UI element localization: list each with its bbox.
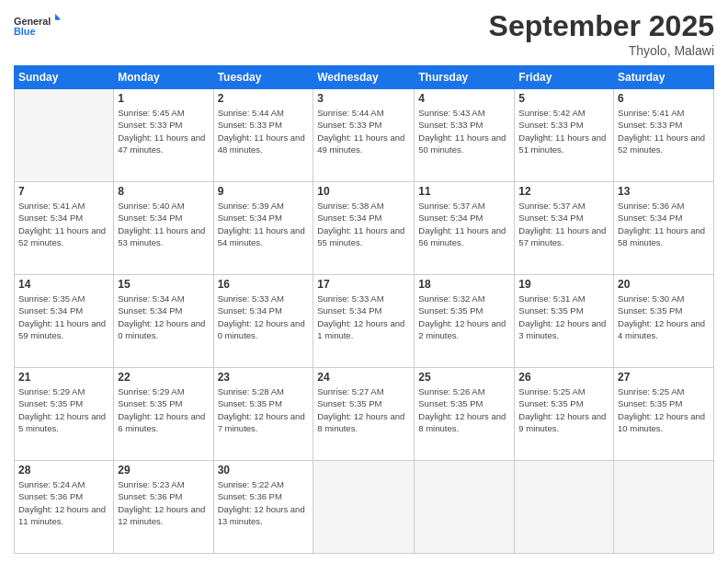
day-info: Sunrise: 5:35 AM Sunset: 5:34 PM Dayligh…	[18, 293, 109, 341]
week-row-1: 1 Sunrise: 5:45 AM Sunset: 5:33 PM Dayli…	[15, 89, 714, 182]
daylight-text: Daylight: 12 hours and 8 minutes.	[418, 411, 506, 433]
sunrise-text: Sunrise: 5:37 AM	[418, 201, 484, 211]
daylight-text: Daylight: 12 hours and 11 minutes.	[18, 504, 106, 526]
table-row: 30 Sunrise: 5:22 AM Sunset: 5:36 PM Dayl…	[213, 461, 313, 554]
day-info: Sunrise: 5:29 AM Sunset: 5:35 PM Dayligh…	[118, 385, 209, 434]
sunset-text: Sunset: 5:35 PM	[418, 398, 483, 408]
day-info: Sunrise: 5:25 AM Sunset: 5:35 PM Dayligh…	[518, 385, 609, 434]
day-number: 6	[618, 92, 710, 105]
sunrise-text: Sunrise: 5:35 AM	[18, 293, 85, 304]
daylight-text: Daylight: 11 hours and 54 minutes.	[218, 225, 305, 247]
daylight-text: Daylight: 12 hours and 13 minutes.	[218, 504, 305, 526]
col-friday: Friday	[515, 66, 614, 89]
sunset-text: Sunset: 5:34 PM	[218, 213, 282, 223]
table-row: 28 Sunrise: 5:24 AM Sunset: 5:36 PM Dayl…	[15, 461, 114, 554]
day-info: Sunrise: 5:25 AM Sunset: 5:35 PM Dayligh…	[618, 385, 710, 434]
week-row-4: 21 Sunrise: 5:29 AM Sunset: 5:35 PM Dayl…	[15, 368, 714, 461]
table-row: 17 Sunrise: 5:33 AM Sunset: 5:34 PM Dayl…	[313, 275, 415, 368]
sunrise-text: Sunrise: 5:39 AM	[218, 201, 284, 211]
day-number: 30	[218, 464, 310, 477]
table-row: 14 Sunrise: 5:35 AM Sunset: 5:34 PM Dayl…	[15, 275, 114, 368]
sunset-text: Sunset: 5:34 PM	[418, 213, 483, 223]
day-info: Sunrise: 5:33 AM Sunset: 5:34 PM Dayligh…	[218, 293, 310, 341]
day-number: 22	[118, 371, 209, 384]
table-row: 23 Sunrise: 5:28 AM Sunset: 5:35 PM Dayl…	[213, 368, 313, 461]
table-row: 4 Sunrise: 5:43 AM Sunset: 5:33 PM Dayli…	[415, 89, 515, 182]
day-info: Sunrise: 5:39 AM Sunset: 5:34 PM Dayligh…	[218, 200, 310, 248]
day-info: Sunrise: 5:32 AM Sunset: 5:35 PM Dayligh…	[418, 293, 510, 341]
table-row	[614, 461, 714, 554]
sunset-text: Sunset: 5:35 PM	[18, 398, 83, 408]
sunrise-text: Sunrise: 5:41 AM	[18, 201, 85, 211]
sunset-text: Sunset: 5:35 PM	[618, 305, 682, 316]
sunset-text: Sunset: 5:35 PM	[218, 398, 282, 408]
day-number: 3	[317, 92, 410, 105]
day-number: 27	[618, 371, 710, 384]
day-info: Sunrise: 5:34 AM Sunset: 5:34 PM Dayligh…	[118, 293, 209, 341]
sunset-text: Sunset: 5:34 PM	[218, 305, 282, 316]
table-row: 13 Sunrise: 5:36 AM Sunset: 5:34 PM Dayl…	[614, 182, 714, 275]
sunrise-text: Sunrise: 5:22 AM	[218, 479, 284, 489]
day-number: 12	[518, 185, 609, 198]
sunrise-text: Sunrise: 5:25 AM	[518, 386, 585, 396]
daylight-text: Daylight: 12 hours and 7 minutes.	[218, 411, 305, 433]
week-row-5: 28 Sunrise: 5:24 AM Sunset: 5:36 PM Dayl…	[15, 461, 714, 554]
day-number: 8	[118, 185, 209, 198]
day-info: Sunrise: 5:30 AM Sunset: 5:35 PM Dayligh…	[618, 293, 710, 341]
sunset-text: Sunset: 5:33 PM	[317, 120, 381, 130]
table-row: 25 Sunrise: 5:26 AM Sunset: 5:35 PM Dayl…	[415, 368, 515, 461]
col-tuesday: Tuesday	[213, 66, 313, 89]
sunrise-text: Sunrise: 5:40 AM	[118, 201, 184, 211]
day-info: Sunrise: 5:27 AM Sunset: 5:35 PM Dayligh…	[317, 385, 410, 434]
day-number: 19	[518, 278, 609, 291]
table-row: 22 Sunrise: 5:29 AM Sunset: 5:35 PM Dayl…	[114, 368, 213, 461]
col-wednesday: Wednesday	[313, 66, 415, 89]
day-info: Sunrise: 5:38 AM Sunset: 5:34 PM Dayligh…	[317, 200, 410, 248]
sunrise-text: Sunrise: 5:33 AM	[218, 293, 284, 304]
table-row: 15 Sunrise: 5:34 AM Sunset: 5:34 PM Dayl…	[114, 275, 213, 368]
sunset-text: Sunset: 5:35 PM	[418, 305, 483, 316]
day-info: Sunrise: 5:45 AM Sunset: 5:33 PM Dayligh…	[118, 107, 209, 155]
table-row: 29 Sunrise: 5:23 AM Sunset: 5:36 PM Dayl…	[114, 461, 213, 554]
day-info: Sunrise: 5:31 AM Sunset: 5:35 PM Dayligh…	[518, 293, 609, 341]
sunrise-text: Sunrise: 5:24 AM	[18, 479, 85, 489]
day-number: 25	[418, 371, 510, 384]
table-row: 24 Sunrise: 5:27 AM Sunset: 5:35 PM Dayl…	[313, 368, 415, 461]
table-row: 26 Sunrise: 5:25 AM Sunset: 5:35 PM Dayl…	[515, 368, 614, 461]
sunrise-text: Sunrise: 5:38 AM	[317, 201, 383, 211]
day-info: Sunrise: 5:40 AM Sunset: 5:34 PM Dayligh…	[118, 200, 209, 248]
sunset-text: Sunset: 5:34 PM	[18, 305, 83, 316]
table-row: 27 Sunrise: 5:25 AM Sunset: 5:35 PM Dayl…	[614, 368, 714, 461]
day-info: Sunrise: 5:42 AM Sunset: 5:33 PM Dayligh…	[518, 107, 609, 155]
sunset-text: Sunset: 5:34 PM	[18, 213, 83, 223]
svg-marker-2	[55, 14, 60, 20]
daylight-text: Daylight: 11 hours and 51 minutes.	[518, 132, 606, 155]
title-block: September 2025 Thyolo, Malawi	[489, 9, 714, 58]
sunrise-text: Sunrise: 5:34 AM	[118, 293, 184, 304]
table-row	[515, 461, 614, 554]
sunset-text: Sunset: 5:36 PM	[118, 491, 182, 501]
daylight-text: Daylight: 11 hours and 55 minutes.	[317, 225, 404, 247]
day-number: 11	[418, 185, 510, 198]
sunset-text: Sunset: 5:35 PM	[118, 398, 182, 408]
sunrise-text: Sunrise: 5:43 AM	[418, 108, 484, 118]
table-row: 19 Sunrise: 5:31 AM Sunset: 5:35 PM Dayl…	[515, 275, 614, 368]
col-sunday: Sunday	[15, 66, 114, 89]
table-row: 11 Sunrise: 5:37 AM Sunset: 5:34 PM Dayl…	[415, 182, 515, 275]
day-number: 28	[18, 464, 109, 477]
daylight-text: Daylight: 11 hours and 50 minutes.	[418, 132, 506, 155]
daylight-text: Daylight: 12 hours and 12 minutes.	[118, 504, 205, 526]
sunrise-text: Sunrise: 5:33 AM	[317, 293, 383, 304]
sunrise-text: Sunrise: 5:42 AM	[518, 108, 585, 118]
daylight-text: Daylight: 12 hours and 0 minutes.	[218, 318, 305, 340]
daylight-text: Daylight: 12 hours and 9 minutes.	[518, 411, 606, 433]
day-number: 9	[218, 185, 310, 198]
day-number: 21	[18, 371, 109, 384]
sunrise-text: Sunrise: 5:27 AM	[317, 386, 383, 396]
table-row: 9 Sunrise: 5:39 AM Sunset: 5:34 PM Dayli…	[213, 182, 313, 275]
table-row: 12 Sunrise: 5:37 AM Sunset: 5:34 PM Dayl…	[515, 182, 614, 275]
day-number: 1	[118, 92, 209, 105]
day-info: Sunrise: 5:33 AM Sunset: 5:34 PM Dayligh…	[317, 293, 410, 341]
day-number: 2	[218, 92, 310, 105]
sunset-text: Sunset: 5:35 PM	[317, 398, 381, 408]
